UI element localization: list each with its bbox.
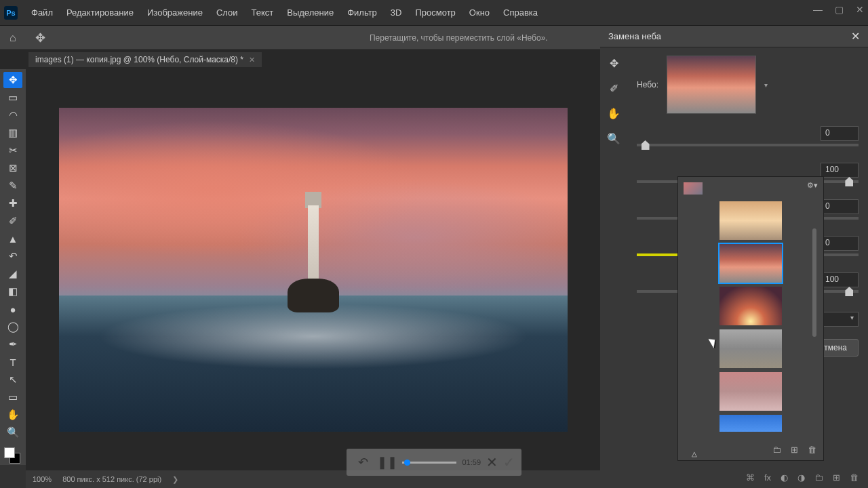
- sky-brush-tool[interactable]: ✐: [610, 82, 618, 95]
- lasso-tool[interactable]: ◠: [3, 107, 22, 123]
- link-icon[interactable]: ⌘: [746, 472, 755, 483]
- menu-image[interactable]: Изображение: [140, 5, 210, 20]
- type-tool[interactable]: T: [3, 354, 22, 370]
- zoom-level[interactable]: 100%: [33, 475, 52, 483]
- move-tool-icon[interactable]: ✥: [35, 30, 45, 45]
- menu-select[interactable]: Выделение: [280, 5, 340, 20]
- color-swatches[interactable]: [4, 447, 22, 465]
- hand-tool[interactable]: ✋: [3, 407, 22, 423]
- menu-view[interactable]: Просмотр: [408, 5, 462, 20]
- document-image: [59, 108, 568, 432]
- preset-group-thumb[interactable]: [684, 182, 703, 195]
- document-tab[interactable]: images (1) — копия.jpg @ 100% (Небо, Сло…: [28, 52, 262, 67]
- document-tab-title: images (1) — копия.jpg @ 100% (Небо, Сло…: [35, 55, 243, 64]
- path-tool[interactable]: ↖: [3, 371, 22, 388]
- sky-preset-5[interactable]: [719, 372, 782, 411]
- playback-bar: ↶ ❚❚ 01:59 ✕ ✓: [347, 449, 521, 476]
- adjust-icon[interactable]: ◑: [797, 472, 805, 483]
- slider-1-value[interactable]: 0: [821, 126, 859, 141]
- sky-preset-3[interactable]: [719, 287, 782, 325]
- sky-preset-2[interactable]: [719, 244, 782, 283]
- current-sky-preview[interactable]: [667, 56, 756, 114]
- window-maximize[interactable]: ▢: [835, 4, 844, 15]
- blur-tool[interactable]: ●: [3, 301, 22, 317]
- eyedropper-tool[interactable]: ✎: [3, 178, 22, 194]
- window-minimize[interactable]: —: [813, 4, 823, 15]
- zoom-tool[interactable]: 🔍: [3, 424, 22, 441]
- slider-5-value[interactable]: 100: [821, 272, 859, 287]
- menu-filter[interactable]: Фильтр: [340, 5, 384, 20]
- sky-move-tool[interactable]: ✥: [610, 57, 618, 70]
- playback-track[interactable]: [402, 462, 456, 464]
- playback-commit[interactable]: ✓: [503, 454, 515, 470]
- object-select-tool[interactable]: ▥: [3, 125, 22, 141]
- shape-tool[interactable]: ▭: [3, 389, 22, 405]
- app-logo: Ps: [4, 6, 18, 20]
- pen-tool[interactable]: ✒: [3, 336, 22, 352]
- size-slider-handle[interactable]: △: [692, 450, 697, 458]
- slider-2-value[interactable]: 100: [821, 163, 859, 178]
- menu-edit[interactable]: Редактирование: [60, 5, 140, 20]
- stamp-tool[interactable]: ▲: [3, 230, 22, 247]
- menu-layer[interactable]: Слои: [210, 5, 245, 20]
- close-tab-icon[interactable]: ✕: [249, 56, 255, 64]
- home-icon[interactable]: ⌂: [9, 32, 16, 44]
- folder-icon[interactable]: 🗀: [772, 445, 781, 455]
- crop-tool[interactable]: ✂: [3, 142, 22, 159]
- undo-button[interactable]: ↶: [353, 453, 372, 472]
- sky-hand-tool[interactable]: ✋: [607, 107, 620, 120]
- new-icon[interactable]: ⊞: [833, 472, 840, 483]
- menu-type[interactable]: Текст: [245, 5, 281, 20]
- slider-1[interactable]: [637, 144, 859, 146]
- slider-3-value[interactable]: 0: [821, 199, 859, 214]
- marquee-tool[interactable]: ▭: [3, 89, 22, 106]
- add-preset-icon[interactable]: ⊞: [791, 445, 798, 455]
- dodge-tool[interactable]: ◯: [3, 319, 22, 335]
- sky-dropdown-icon[interactable]: ▾: [764, 81, 768, 89]
- slider-4-value[interactable]: 0: [821, 236, 859, 251]
- brush-tool[interactable]: ✐: [3, 213, 22, 229]
- option-hint: Перетащите, чтобы переместить слой «Небо…: [370, 33, 548, 43]
- menu-help[interactable]: Справка: [496, 5, 545, 20]
- canvas[interactable]: [26, 69, 600, 470]
- window-close[interactable]: ✕: [856, 4, 864, 15]
- eraser-tool[interactable]: ◢: [3, 266, 22, 282]
- move-tool[interactable]: ✥: [3, 72, 22, 88]
- pause-button[interactable]: ❚❚: [378, 453, 397, 472]
- panel-title: Замена неба: [608, 31, 661, 41]
- sky-preset-1[interactable]: [719, 201, 782, 240]
- menu-window[interactable]: Окно: [462, 5, 496, 20]
- menu-file[interactable]: Файл: [24, 5, 60, 20]
- sky-zoom-tool[interactable]: 🔍: [607, 132, 620, 145]
- menu-3d[interactable]: 3D: [384, 5, 409, 20]
- doc-dimensions: 800 пикс. x 512 пикс. (72 ppi): [62, 475, 161, 483]
- delete-preset-icon[interactable]: 🗑: [808, 445, 816, 455]
- heal-tool[interactable]: ✚: [3, 195, 22, 211]
- panel-close-icon[interactable]: ✕: [851, 30, 860, 43]
- fx-icon[interactable]: fx: [764, 472, 771, 483]
- sky-label: Небо:: [637, 80, 658, 89]
- presets-gear-icon[interactable]: ⚙▾: [807, 181, 818, 190]
- playback-time: 01:59: [462, 458, 481, 466]
- playback-cancel[interactable]: ✕: [486, 454, 498, 470]
- gradient-tool[interactable]: ◧: [3, 283, 22, 300]
- status-chevron-icon[interactable]: ❯: [172, 475, 178, 484]
- sky-presets-popup: ⚙▾ 🗀 ⊞ 🗑 △: [677, 176, 824, 461]
- trash-icon[interactable]: 🗑: [850, 472, 859, 483]
- preset-scrollbar[interactable]: [812, 228, 816, 337]
- output-dropdown[interactable]: [818, 312, 859, 327]
- frame-tool[interactable]: ⊠: [3, 160, 22, 176]
- group-icon[interactable]: 🗀: [814, 472, 823, 483]
- mask-icon[interactable]: ◐: [781, 472, 788, 483]
- sky-preset-6[interactable]: [719, 415, 782, 432]
- history-brush-tool[interactable]: ↶: [3, 248, 22, 264]
- sky-preset-4[interactable]: [719, 329, 782, 368]
